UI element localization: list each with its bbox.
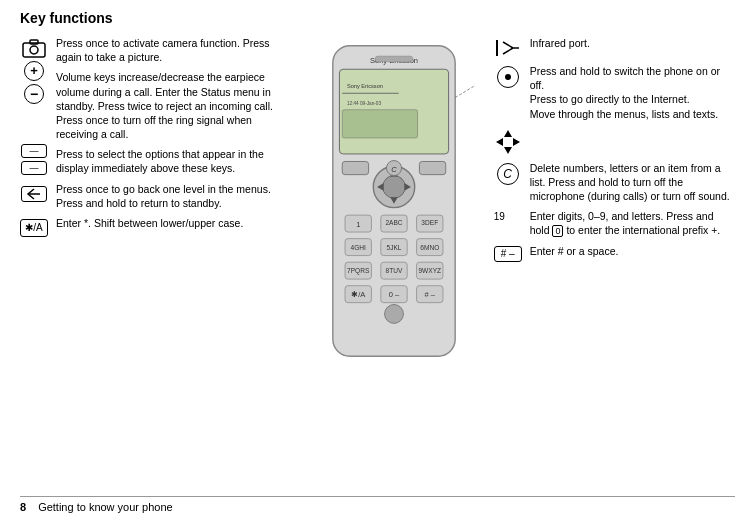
svg-text:0 –: 0 – — [389, 290, 400, 299]
star-key-icon: ✱/A — [20, 216, 48, 240]
svg-rect-0 — [23, 43, 45, 57]
digits-19-label: 19 — [494, 211, 522, 222]
svg-rect-18 — [343, 161, 369, 174]
svg-text:4GHI: 4GHI — [351, 244, 367, 251]
phone-image-area: Sony Ericsson Sony Ericsson 12:44 09-Jan… — [305, 36, 484, 488]
svg-point-47 — [385, 305, 404, 324]
key-item-select: — — Press to select the options that app… — [20, 147, 295, 175]
svg-text:6MNO: 6MNO — [421, 244, 440, 251]
svg-marker-54 — [513, 138, 520, 146]
nav-cross-icon — [494, 127, 522, 155]
camera-key-text: Press once to activate camera function. … — [56, 36, 295, 64]
back-key-text: Press once to go back one level in the m… — [56, 182, 295, 210]
page-title: Key functions — [20, 10, 735, 26]
select-key-text: Press to select the options that appear … — [56, 147, 295, 175]
page-number: 8 — [20, 501, 26, 513]
plus-icon: + — [24, 61, 44, 81]
back-icon — [21, 186, 47, 202]
footer-text: Getting to know your phone — [38, 501, 173, 513]
svg-line-46 — [456, 83, 475, 97]
hash-key-text: Enter # or a space. — [530, 244, 735, 258]
svg-text:Sony Ericsson: Sony Ericsson — [347, 83, 383, 89]
key-item-nav — [494, 127, 735, 155]
key-item-hash: # – Enter # or a space. — [494, 244, 735, 262]
svg-text:# –: # – — [425, 290, 436, 299]
key-item-volume: + − Volume keys increase/decrease the ea… — [20, 70, 295, 141]
volume-icon: + − — [20, 70, 48, 94]
svg-text:3DEF: 3DEF — [422, 219, 439, 226]
phone-svg: Sony Ericsson Sony Ericsson 12:44 09-Jan… — [314, 41, 474, 361]
svg-text:2ABC: 2ABC — [386, 219, 403, 226]
svg-text:7PQRS: 7PQRS — [347, 267, 370, 275]
svg-rect-8 — [343, 93, 399, 94]
soft-key-2-icon: — — [21, 161, 47, 175]
select-keys-icon: — — — [20, 147, 48, 171]
svg-text:1: 1 — [357, 220, 361, 229]
svg-point-13 — [383, 176, 406, 199]
svg-marker-52 — [504, 147, 512, 154]
key-item-camera: Press once to activate camera function. … — [20, 36, 295, 64]
svg-rect-2 — [30, 40, 38, 44]
back-key-icon — [20, 182, 48, 206]
key-item-power: Press and hold to switch the phone on or… — [494, 64, 735, 121]
digits-key-text: Enter digits, 0–9, and letters. Press an… — [530, 209, 735, 237]
c-key-icon: C — [494, 161, 522, 185]
c-icon: C — [497, 163, 519, 185]
svg-rect-19 — [420, 161, 446, 174]
svg-line-48 — [503, 42, 513, 48]
svg-point-1 — [30, 46, 38, 54]
svg-text:✱/A: ✱/A — [352, 290, 366, 299]
content-area: Press once to activate camera function. … — [20, 36, 735, 488]
key-item-digits: 19 Enter digits, 0–9, and letters. Press… — [494, 209, 735, 237]
soft-key-1-icon: — — [21, 144, 47, 158]
svg-text:5JKL: 5JKL — [387, 244, 402, 251]
svg-text:C: C — [392, 165, 398, 174]
power-key-text: Press and hold to switch the phone on or… — [530, 64, 735, 121]
c-key-text: Delete numbers, letters or an item from … — [530, 161, 735, 204]
infrared-key-text: Infrared port. — [530, 36, 735, 50]
digits-label: 19 — [494, 209, 522, 222]
page-footer: 8 Getting to know your phone — [20, 496, 735, 513]
svg-marker-51 — [504, 130, 512, 137]
key-item-back: Press once to go back one level in the m… — [20, 182, 295, 210]
circle-dot-icon — [497, 66, 519, 88]
minus-icon: − — [24, 84, 44, 104]
star-key-text: Enter *. Shift between lower/upper case. — [56, 216, 243, 230]
star-icon: ✱/A — [20, 219, 48, 237]
svg-text:8TUV: 8TUV — [386, 267, 403, 274]
key-item-star: ✱/A Enter *. Shift between lower/upper c… — [20, 216, 295, 240]
svg-line-49 — [503, 48, 513, 54]
hash-key-icon: # – — [494, 244, 522, 262]
svg-marker-53 — [496, 138, 503, 146]
svg-rect-10 — [343, 110, 418, 138]
key-item-c: C Delete numbers, letters or an item fro… — [494, 161, 735, 204]
right-column: Infrared port. Press and hold to switch … — [484, 36, 735, 488]
volume-key-text: Volume keys increase/decrease the earpie… — [56, 70, 295, 141]
svg-rect-11 — [376, 56, 414, 62]
svg-text:9WXYZ: 9WXYZ — [419, 267, 442, 274]
infrared-icon — [494, 36, 522, 58]
left-column: Press once to activate camera function. … — [20, 36, 305, 488]
power-icon — [494, 64, 522, 88]
hash-icon: # – — [494, 246, 522, 262]
camera-icon — [20, 36, 48, 60]
page: Key functions Press once to activate cam… — [0, 0, 755, 523]
svg-text:12:44  09-Jan-03: 12:44 09-Jan-03 — [347, 101, 382, 106]
key-item-infrared: Infrared port. — [494, 36, 735, 58]
